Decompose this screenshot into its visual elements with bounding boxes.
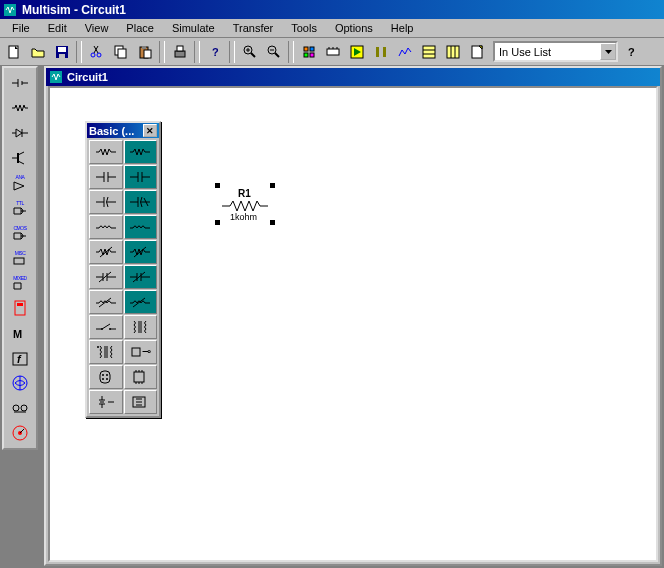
- help-button[interactable]: ?: [203, 41, 226, 63]
- variable-ind-virtual-button[interactable]: [124, 290, 158, 314]
- help-topic-button[interactable]: ?: [619, 41, 642, 63]
- electromech-group-button[interactable]: [6, 396, 34, 420]
- circuit-window: Circuit1 Basic (... ✕: [44, 66, 662, 566]
- connector-button[interactable]: [89, 365, 123, 389]
- in-use-combo[interactable]: In Use List: [493, 41, 618, 62]
- resistor-virtual-button[interactable]: [124, 140, 158, 164]
- switch-button[interactable]: [89, 315, 123, 339]
- variable-ind-button[interactable]: [89, 290, 123, 314]
- pullup-button[interactable]: [124, 390, 158, 414]
- circuit-canvas[interactable]: Basic (... ✕: [48, 86, 658, 562]
- palette-close-button[interactable]: ✕: [143, 124, 157, 137]
- menu-options[interactable]: Options: [327, 21, 381, 35]
- mixed-group-button[interactable]: MIXED: [6, 271, 34, 295]
- menu-simulate[interactable]: Simulate: [164, 21, 223, 35]
- vhdl-button[interactable]: [441, 41, 464, 63]
- selection-handle[interactable]: [270, 220, 275, 225]
- menu-help[interactable]: Help: [383, 21, 422, 35]
- selection-handle[interactable]: [215, 220, 220, 225]
- nonlinear-trans-button[interactable]: [89, 340, 123, 364]
- svg-rect-26: [327, 49, 339, 55]
- menu-place[interactable]: Place: [118, 21, 162, 35]
- paste-button[interactable]: [133, 41, 156, 63]
- palette-title: Basic (...: [89, 125, 134, 137]
- svg-rect-8: [118, 49, 126, 58]
- svg-rect-11: [144, 50, 151, 58]
- svg-rect-34: [423, 46, 435, 58]
- new-button[interactable]: [2, 41, 25, 63]
- menu-tools[interactable]: Tools: [283, 21, 325, 35]
- svg-text:M: M: [13, 328, 22, 340]
- controls-group-button[interactable]: f: [6, 346, 34, 370]
- zoom-in-button[interactable]: [238, 41, 261, 63]
- basic-palette[interactable]: Basic (... ✕: [85, 121, 161, 418]
- inductor-virtual-button[interactable]: [124, 215, 158, 239]
- component-toolbar: ANA TTL CMOS MISC MIXED M f: [2, 66, 38, 450]
- inductor-button[interactable]: [89, 215, 123, 239]
- svg-line-20: [275, 53, 279, 57]
- relay-button[interactable]: ⊸: [124, 340, 158, 364]
- misc-group-button[interactable]: M: [6, 321, 34, 345]
- potentiometer-button[interactable]: [89, 390, 123, 414]
- selection-handle[interactable]: [215, 183, 220, 188]
- instruments-group-button[interactable]: [6, 421, 34, 445]
- zoom-out-button[interactable]: [262, 41, 285, 63]
- capacitor-button[interactable]: [89, 165, 123, 189]
- capacitor-virtual-button[interactable]: [124, 165, 158, 189]
- cmos-group-button[interactable]: CMOS: [6, 221, 34, 245]
- menu-edit[interactable]: Edit: [40, 21, 75, 35]
- rf-group-button[interactable]: [6, 371, 34, 395]
- svg-rect-24: [304, 53, 308, 57]
- postprocessor-button[interactable]: [417, 41, 440, 63]
- diodes-group-button[interactable]: [6, 121, 34, 145]
- menu-view[interactable]: View: [77, 21, 117, 35]
- svg-point-6: [97, 53, 101, 57]
- menubar: File Edit View Place Simulate Transfer T…: [0, 19, 664, 38]
- svg-line-16: [251, 53, 255, 57]
- analysis-button[interactable]: [393, 41, 416, 63]
- svg-rect-32: [376, 47, 379, 57]
- circuit-titlebar[interactable]: Circuit1: [46, 68, 660, 86]
- dropdown-arrow-icon[interactable]: [600, 43, 616, 60]
- svg-point-114: [102, 374, 104, 376]
- variable-res-button[interactable]: [89, 240, 123, 264]
- svg-rect-23: [310, 47, 314, 51]
- menu-file[interactable]: File: [4, 21, 38, 35]
- cut-button[interactable]: [85, 41, 108, 63]
- reports-button[interactable]: [465, 41, 488, 63]
- polarized-cap-button[interactable]: [89, 190, 123, 214]
- svg-marker-42: [605, 50, 612, 54]
- variable-cap-button[interactable]: [89, 265, 123, 289]
- palette-titlebar[interactable]: Basic (... ✕: [87, 123, 159, 138]
- run-button[interactable]: [345, 41, 368, 63]
- save-button[interactable]: [50, 41, 73, 63]
- svg-rect-13: [177, 46, 183, 51]
- print-button[interactable]: [168, 41, 191, 63]
- polarized-cap-virtual-button[interactable]: [124, 190, 158, 214]
- variable-res-virtual-button[interactable]: [124, 240, 158, 264]
- misc-digital-group-button[interactable]: MISC: [6, 246, 34, 270]
- svg-rect-59: [17, 303, 23, 306]
- resistor-button[interactable]: [89, 140, 123, 164]
- socket-button[interactable]: [124, 365, 158, 389]
- database-button[interactable]: [297, 41, 320, 63]
- svg-rect-33: [383, 47, 386, 57]
- svg-line-70: [20, 429, 24, 433]
- ttl-group-button[interactable]: TTL: [6, 196, 34, 220]
- transistors-group-button[interactable]: [6, 146, 34, 170]
- transformer-button[interactable]: [124, 315, 158, 339]
- pause-button[interactable]: [369, 41, 392, 63]
- open-button[interactable]: [26, 41, 49, 63]
- selection-handle[interactable]: [270, 183, 275, 188]
- sources-group-button[interactable]: [6, 71, 34, 95]
- indicators-group-button[interactable]: [6, 296, 34, 320]
- combo-text: In Use List: [495, 46, 600, 58]
- variable-cap-virtual-button[interactable]: [124, 265, 158, 289]
- menu-transfer[interactable]: Transfer: [225, 21, 282, 35]
- basic-group-button[interactable]: [6, 96, 34, 120]
- component-button[interactable]: [321, 41, 344, 63]
- analog-group-button[interactable]: ANA: [6, 171, 34, 195]
- circuit-title: Circuit1: [67, 71, 108, 83]
- svg-point-115: [106, 374, 108, 376]
- copy-button[interactable]: [109, 41, 132, 63]
